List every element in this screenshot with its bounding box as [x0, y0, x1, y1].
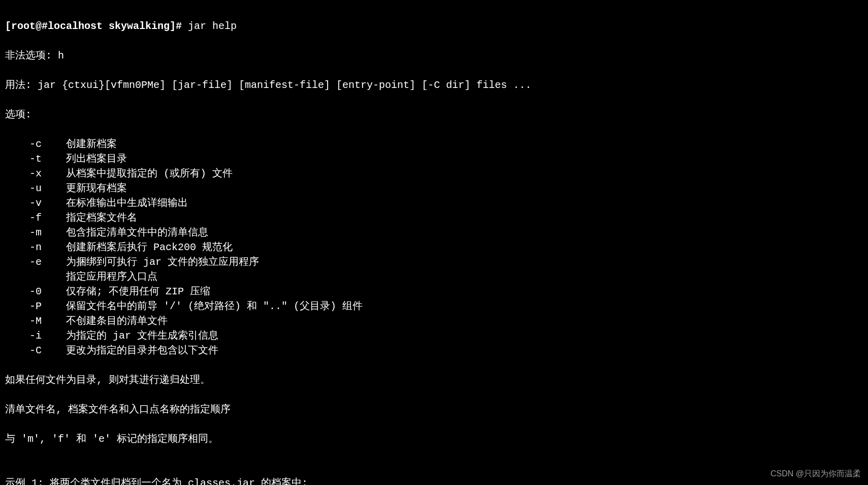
option-desc: 为指定的 jar 文件生成索引信息	[54, 330, 218, 342]
option-row: -i为指定的 jar 文件生成索引信息	[5, 328, 863, 343]
option-row: -C更改为指定的目录并包含以下文件	[5, 343, 863, 358]
output-opts-head: 选项:	[5, 107, 863, 122]
option-row: -0仅存储; 不使用任何 ZIP 压缩	[5, 284, 863, 299]
prompt-user-host: [root@#localhost skywalking]#	[5, 20, 182, 32]
option-flag: -0	[29, 284, 54, 299]
option-row: -e为捆绑到可执行 jar 文件的独立应用程序	[5, 255, 863, 269]
option-desc: 在标准输出中生成详细输出	[54, 197, 188, 209]
option-row: -m包含指定清单文件中的清单信息	[5, 225, 863, 240]
option-desc: 不创建条目的清单文件	[54, 315, 168, 327]
option-row: -c创建新档案	[5, 137, 863, 151]
options-list: -c创建新档案-t列出档案目录-x从档案中提取指定的 (或所有) 文件-u更新现…	[5, 137, 863, 358]
option-flag: -v	[29, 196, 54, 210]
output-error: 非法选项: h	[5, 48, 863, 63]
option-flag: -M	[29, 314, 54, 328]
option-row: -n创建新档案后执行 Pack200 规范化	[5, 240, 863, 255]
option-row: -x从档案中提取指定的 (或所有) 文件	[5, 166, 863, 181]
option-flag: -i	[29, 328, 54, 343]
option-desc: 仅存储; 不使用任何 ZIP 压缩	[54, 286, 210, 297]
terminal-output[interactable]: [root@#localhost skywalking]# jar help 非…	[0, 0, 868, 485]
option-desc: 包含指定清单文件中的清单信息	[54, 227, 208, 238]
option-row: -M不创建条目的清单文件	[5, 314, 863, 328]
prompt-command: jar help	[182, 20, 237, 32]
option-desc: 为捆绑到可执行 jar 文件的独立应用程序	[54, 256, 259, 268]
output-tail-3: 与 'm', 'f' 和 'e' 标记的指定顺序相同。	[5, 432, 863, 446]
option-flag: -u	[29, 181, 54, 196]
option-flag: -f	[29, 210, 54, 225]
option-desc: 创建新档案	[54, 138, 117, 150]
option-desc: 列出档案目录	[54, 153, 127, 165]
option-desc: 指定应用程序入口点	[54, 271, 157, 283]
option-flag: -n	[29, 240, 54, 255]
output-ex1a: 示例 1: 将两个类文件归档到一个名为 classes.jar 的档案中:	[5, 476, 863, 485]
watermark-text: CSDN @只因为你而温柔	[770, 466, 861, 481]
option-row: -t列出档案目录	[5, 151, 863, 166]
prompt-line: [root@#localhost skywalking]# jar help	[5, 19, 863, 34]
option-desc: 更改为指定的目录并包含以下文件	[54, 345, 218, 356]
option-row: 指定应用程序入口点	[5, 269, 863, 284]
output-usage: 用法: jar {ctxui}[vfmn0PMe] [jar-file] [ma…	[5, 78, 863, 93]
option-desc: 创建新档案后执行 Pack200 规范化	[54, 241, 233, 253]
option-row: -f指定档案文件名	[5, 210, 863, 225]
option-flag: -e	[29, 255, 54, 269]
option-flag: -x	[29, 166, 54, 181]
option-row: -P保留文件名中的前导 '/' (绝对路径) 和 ".." (父目录) 组件	[5, 299, 863, 314]
option-row: -v在标准输出中生成详细输出	[5, 196, 863, 210]
option-desc: 保留文件名中的前导 '/' (绝对路径) 和 ".." (父目录) 组件	[54, 300, 363, 312]
option-flag: -m	[29, 225, 54, 240]
option-flag: -t	[29, 151, 54, 166]
option-flag: -P	[29, 299, 54, 314]
option-flag: -c	[29, 137, 54, 151]
output-tail-2: 清单文件名, 档案文件名和入口点名称的指定顺序	[5, 402, 863, 417]
option-row: -u更新现有档案	[5, 181, 863, 196]
option-flag: -C	[29, 343, 54, 358]
option-desc: 从档案中提取指定的 (或所有) 文件	[54, 168, 233, 179]
option-desc: 指定档案文件名	[54, 212, 137, 224]
output-tail-1: 如果任何文件为目录, 则对其进行递归处理。	[5, 373, 863, 387]
option-desc: 更新现有档案	[54, 183, 127, 194]
